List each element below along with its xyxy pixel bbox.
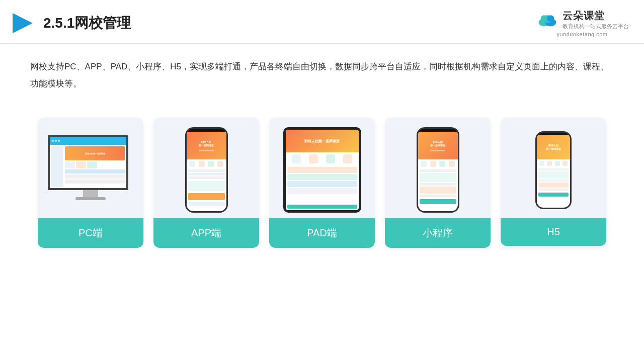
- description-paragraph: 网校支持PC、APP、PAD、小程序、H5，实现多端打通，产品各终端自由切换，数…: [30, 58, 614, 93]
- card-miniprogram-image: 职培人的第一堂网课堂: [385, 118, 491, 218]
- cloud-logo-icon: [535, 12, 559, 27]
- card-miniprogram[interactable]: 职培人的第一堂网课堂: [385, 118, 491, 248]
- pc-monitor-icon: 职培人的第一堂网课堂: [48, 135, 133, 205]
- header: 2.5.1网校管理 云朵课堂 教育机构一站式服务云平台 yunduoketang…: [0, 0, 644, 44]
- card-pad-label: PAD端: [269, 218, 375, 248]
- svg-point-4: [541, 15, 548, 22]
- logo-slogan: 教育机构一站式服务云平台: [562, 23, 629, 30]
- card-app[interactable]: 职培人的第一堂网课堂: [153, 118, 259, 248]
- header-left: 2.5.1网校管理: [10, 11, 131, 36]
- cards-container: 职培人的第一堂网课堂: [0, 103, 644, 248]
- card-h5-image: 职培人的第一堂网课堂: [501, 118, 606, 218]
- card-pad[interactable]: 职培人的第一堂网课堂: [269, 118, 375, 248]
- app-phone-icon: 职培人的第一堂网课堂: [185, 127, 228, 213]
- card-pc-image: 职培人的第一堂网课堂: [38, 118, 143, 218]
- page-title: 2.5.1网校管理: [43, 14, 131, 33]
- card-app-image: 职培人的第一堂网课堂: [153, 118, 259, 218]
- pad-tablet-icon: 职培人的第一堂网课堂: [283, 127, 361, 213]
- logo-url: yunduoketang.com: [557, 31, 608, 37]
- card-pc-label: PC端: [38, 218, 143, 248]
- svg-point-5: [547, 15, 554, 22]
- card-pc[interactable]: 职培人的第一堂网课堂: [38, 118, 143, 248]
- logo-area: 云朵课堂 教育机构一站式服务云平台 yunduoketang.com: [535, 9, 629, 37]
- miniprogram-phone-icon: 职培人的第一堂网课堂: [417, 127, 459, 213]
- card-h5-label: H5: [501, 218, 606, 246]
- card-pad-image: 职培人的第一堂网课堂: [269, 118, 375, 218]
- brand-play-icon: [10, 11, 35, 36]
- logo-cloud: 云朵课堂 教育机构一站式服务云平台: [535, 9, 629, 30]
- card-miniprogram-label: 小程序: [385, 218, 491, 248]
- card-app-label: APP端: [153, 218, 259, 248]
- card-h5[interactable]: 职培人的第一堂网课堂: [501, 118, 606, 248]
- logo-text: 云朵课堂: [562, 9, 629, 23]
- h5-phone-icon: 职培人的第一堂网课堂: [535, 131, 572, 209]
- svg-marker-0: [13, 13, 33, 33]
- description-text: 网校支持PC、APP、PAD、小程序、H5，实现多端打通，产品各终端自由切换，数…: [0, 44, 644, 98]
